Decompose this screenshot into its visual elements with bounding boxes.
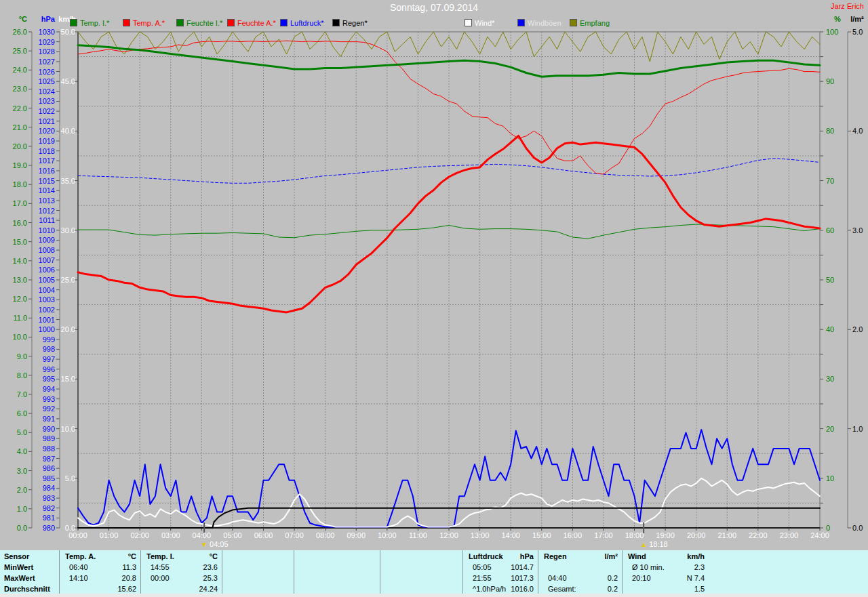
temp-axis-label: 9.0	[17, 352, 27, 361]
pressure-axis-label: 989	[43, 434, 55, 442]
table-column-separator	[294, 550, 294, 594]
pressure-axis-label: 1013	[39, 197, 55, 205]
x-axis-label: 01:00	[94, 531, 124, 539]
humidity-axis-label: 70	[826, 177, 834, 185]
temp-axis-label: 25.0	[13, 47, 27, 55]
wind-axis-label: 45.0	[61, 77, 75, 85]
wind-axis-label: 15.0	[61, 375, 75, 383]
pressure-axis-label: 1005	[39, 276, 55, 284]
temp-axis-label: 4.0	[17, 447, 27, 455]
x-axis-label: 18:00	[620, 531, 650, 539]
table-cell: 24.24	[173, 584, 218, 594]
pressure-axis-label: 1012	[39, 207, 55, 215]
weather-chart-plot[interactable]: 26.025.024.023.022.021.020.019.018.017.0…	[0, 0, 868, 549]
table-cell: 23.6	[173, 562, 218, 573]
pressure-axis-label: 1023	[39, 97, 55, 105]
pressure-axis-label: 982	[43, 504, 55, 512]
pressure-axis-label: 1007	[39, 256, 55, 264]
summary-table: SensorMinWertMaxWertDurchschnittTemp. A.…	[0, 550, 868, 594]
temp-axis-label: 7.0	[17, 390, 27, 398]
temp-axis-label: 18.0	[13, 180, 27, 188]
x-axis-label: 09:00	[341, 531, 371, 539]
pressure-axis-label: 992	[43, 405, 55, 413]
temp-axis-label: 16.0	[13, 219, 27, 227]
x-axis-label: 17:00	[589, 531, 618, 539]
series-temp_in	[78, 45, 820, 77]
x-axis-label: 21:00	[712, 531, 742, 539]
event-marker-time: 18:18	[647, 540, 668, 548]
pressure-axis-label: 996	[43, 365, 55, 373]
wind-axis-label: 30.0	[61, 226, 75, 234]
x-axis-label: 13:00	[465, 531, 495, 539]
temp-axis-label: 12.0	[13, 295, 27, 303]
pressure-axis-label: 1024	[39, 87, 55, 96]
pressure-axis-label: 991	[43, 415, 55, 423]
table-cell: l/m²	[580, 552, 618, 562]
up-arrow-marker-icon: ▲	[640, 541, 647, 548]
pressure-axis-label: 1015	[39, 177, 55, 185]
temp-axis-label: 1.0	[17, 505, 27, 513]
temp-axis-label: 6.0	[17, 409, 27, 417]
table-cell: 2.3	[660, 562, 705, 573]
pressure-axis-label: 1001	[39, 316, 55, 324]
pressure-axis-label: 1014	[39, 186, 55, 194]
x-axis-label: 19:00	[650, 531, 680, 539]
humidity-axis-label: 40	[826, 325, 834, 333]
humidity-axis-label: 100	[826, 28, 838, 36]
bottom-strip	[0, 594, 868, 597]
humidity-axis-label: 30	[826, 375, 834, 383]
table-column-separator	[222, 550, 222, 594]
humidity-axis-label: 90	[826, 77, 834, 85]
rain-axis-label: 1.0	[852, 425, 863, 433]
pressure-axis-label: 999	[43, 335, 55, 344]
temp-axis-label: 0.0	[17, 524, 27, 532]
temp-axis-label: 10.0	[13, 333, 27, 341]
x-axis-label: 06:00	[249, 531, 279, 539]
temp-axis-label: 23.0	[13, 85, 27, 93]
wind-axis-label: 50.0	[61, 28, 75, 36]
wind-axis-label: 20.0	[61, 325, 75, 333]
temp-axis-label: 3.0	[17, 467, 27, 475]
table-column-separator	[59, 550, 60, 594]
x-axis-label: 02:00	[125, 531, 155, 539]
pressure-axis-label: 1002	[39, 306, 55, 314]
temp-axis-label: 13.0	[13, 276, 27, 284]
humidity-axis-label: 20	[826, 425, 834, 433]
temp-axis-label: 19.0	[13, 161, 27, 169]
wind-axis-label: 35.0	[61, 177, 75, 185]
table-cell: 20.8	[92, 573, 136, 583]
temp-axis-label: 17.0	[13, 199, 27, 207]
table-cell: 15.62	[92, 584, 136, 594]
temp-axis-label: 14.0	[13, 257, 27, 265]
x-axis-label: 20:00	[682, 531, 711, 539]
wind-axis-label: 5.0	[65, 474, 75, 482]
pressure-axis-label: 1026	[39, 68, 55, 76]
x-axis-label: 23:00	[774, 531, 804, 539]
pressure-axis-label: 980	[43, 524, 55, 532]
table-cell: hPa	[496, 552, 534, 562]
x-axis-label: 10:00	[372, 531, 402, 539]
wind-axis-label: 10.0	[61, 425, 75, 433]
temp-axis-label: 20.0	[13, 142, 27, 150]
pressure-axis-label: 1030	[39, 28, 55, 36]
x-axis-label: 04:00	[186, 531, 216, 539]
temp-axis-label: 11.0	[13, 314, 27, 322]
pressure-axis-label: 1027	[39, 58, 55, 66]
table-cell: °C	[98, 552, 136, 562]
table-column-separator	[538, 550, 538, 594]
table-cell: 1014.7	[489, 562, 534, 573]
pressure-axis-label: 1011	[39, 216, 55, 224]
rain-axis-label: 0.0	[852, 524, 863, 532]
table-cell: km/h	[667, 552, 705, 562]
pressure-axis-label: 1006	[39, 266, 55, 274]
series-humidity_in	[78, 224, 820, 239]
table-cell: MinWert	[4, 562, 58, 573]
pressure-axis-label: 990	[43, 425, 55, 433]
pressure-axis-label: 995	[43, 375, 55, 383]
x-axis-label: 15:00	[527, 531, 557, 539]
pressure-axis-label: 1010	[39, 226, 55, 234]
x-axis-label: 07:00	[279, 531, 309, 539]
pressure-axis-label: 986	[43, 464, 55, 472]
table-cell: N 7.4	[660, 573, 705, 583]
pressure-axis-label: 985	[43, 474, 55, 482]
